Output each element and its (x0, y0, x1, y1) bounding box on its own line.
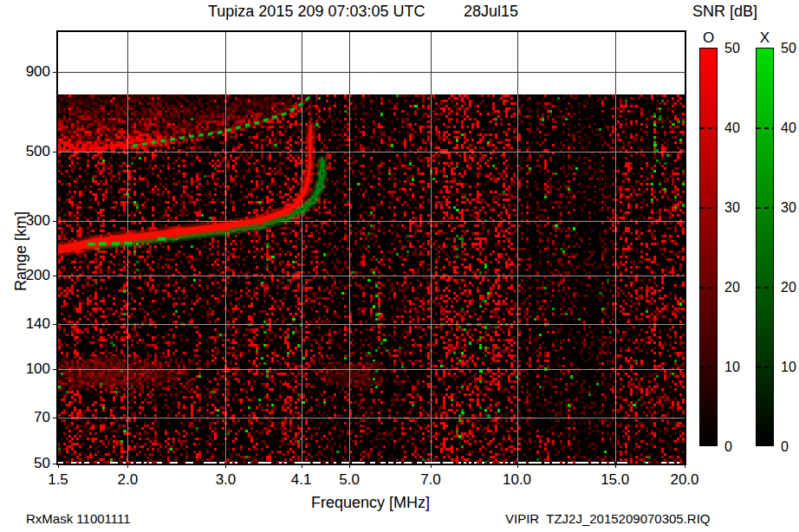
x-tick-mark (517, 464, 518, 468)
colorbar-tick-dash (757, 287, 773, 289)
x-tick-label: 20.0 (659, 471, 711, 489)
colorbar-tick-value: 30 (781, 200, 799, 216)
colorbar-tick-dash (757, 367, 773, 368)
x-tick-mark (685, 464, 685, 468)
y-tick-mark (53, 152, 57, 152)
x-polarization-label: X (756, 29, 774, 47)
x-tick-mark (58, 464, 59, 468)
y-tick-label: 140 (12, 315, 50, 333)
ionogram-canvas (58, 32, 685, 464)
colorbar-tick-dash (700, 287, 717, 289)
colorbar-tick-dash (700, 127, 717, 129)
x-axis-label: Frequency [MHz] (311, 494, 430, 512)
colorbar-tick-value: 0 (781, 439, 799, 455)
y-tick-label: 900 (12, 63, 50, 81)
x-tick-label: 4.1 (276, 471, 328, 489)
o-polarization-label: O (699, 29, 718, 47)
colorbar-tick-value: 20 (781, 280, 799, 295)
colorbar-o (699, 48, 718, 446)
ionogram-view: Tupiza 2015 209 07:03:05 UTC 28Jul15 SNR… (0, 0, 799, 532)
colorbar-tick-value: 40 (781, 120, 799, 136)
colorbar-tick-value: 50 (724, 41, 750, 56)
colorbar-tick-dash (757, 207, 773, 209)
colorbar-tick-value: 40 (724, 120, 750, 136)
colorbar-tick-dash (700, 207, 717, 209)
colorbar-tick-dash (757, 127, 773, 129)
colorbar-tick-value: 20 (724, 280, 750, 295)
y-tick-mark (53, 276, 57, 276)
y-tick-label: 50 (12, 455, 50, 472)
x-tick-label: 2.0 (101, 471, 153, 489)
y-tick-mark (53, 418, 57, 418)
x-tick-label: 5.0 (323, 471, 375, 489)
y-tick-label: 200 (12, 267, 50, 284)
x-tick-mark (349, 464, 350, 468)
x-tick-mark (431, 464, 432, 468)
colorbar-tick-value: 10 (781, 360, 799, 375)
x-tick-label: 7.0 (405, 471, 457, 489)
y-tick-mark (53, 72, 57, 73)
y-tick-label: 300 (12, 212, 50, 230)
colorbar-title: SNR [dB] (692, 3, 757, 21)
y-tick-label: 100 (12, 360, 50, 378)
x-tick-label: 10.0 (491, 471, 543, 489)
colorbar-tick-value: 0 (724, 439, 750, 455)
y-tick-mark (53, 369, 57, 370)
x-tick-mark (615, 464, 616, 468)
colorbar-tick-value: 30 (724, 200, 750, 216)
colorbar-tick-value: 10 (724, 360, 750, 375)
y-tick-label: 70 (12, 409, 50, 426)
x-tick-mark (302, 464, 302, 468)
x-tick-mark (127, 464, 128, 468)
y-tick-mark (53, 221, 57, 222)
y-tick-mark (53, 464, 57, 464)
x-tick-label: 15.0 (589, 471, 641, 489)
y-axis-label: Range [km] (12, 182, 29, 321)
colorbar-x (756, 48, 774, 446)
title-date: 28Jul15 (464, 3, 518, 21)
colorbar-tick-value: 50 (781, 41, 799, 56)
y-tick-mark (53, 324, 57, 325)
x-tick-label: 3.0 (199, 471, 251, 489)
filename-text: VIPIR TZJ2J_2015209070305.RIQ (505, 511, 711, 526)
x-tick-label: 1.5 (32, 471, 84, 489)
x-tick-mark (225, 464, 226, 468)
y-tick-label: 500 (12, 143, 50, 160)
colorbar-tick-dash (700, 367, 717, 368)
page-title: Tupiza 2015 209 07:03:05 UTC (208, 3, 425, 21)
rxmask-text: RxMask 11001111 (26, 511, 131, 526)
